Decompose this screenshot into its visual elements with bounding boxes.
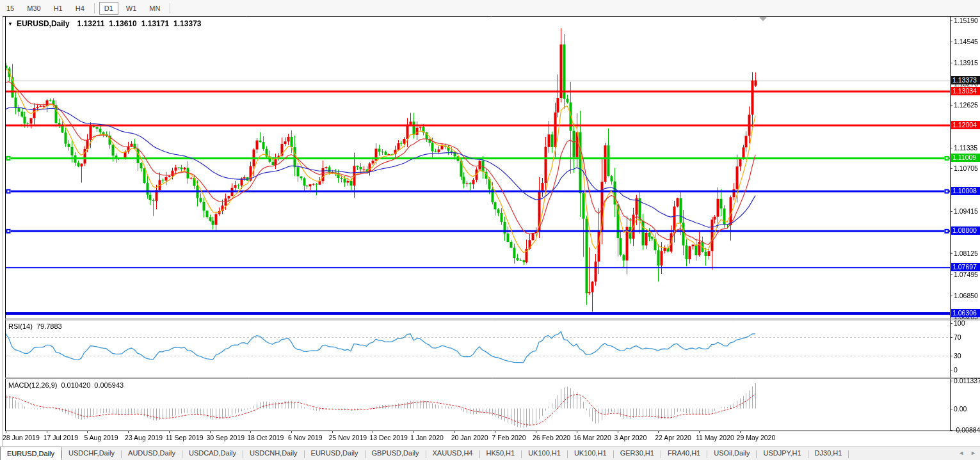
date-axis-label: 7 Feb 2020	[492, 434, 526, 441]
ohlc-high-value: 1.13610	[109, 19, 136, 28]
price-axis-tick: 1.14545	[954, 38, 978, 45]
macd-name: MACD(12,26,9)	[8, 381, 57, 389]
chart-tab-uk100-h1[interactable]: UK100,H1	[568, 447, 613, 460]
date-axis-label: 5 Aug 2019	[84, 434, 118, 441]
chart-tab-eurusd-daily[interactable]: EURUSD,Daily	[305, 447, 365, 460]
price-level-badge: 1.13373	[951, 76, 980, 84]
date-axis-label: 17 Jul 2019	[44, 434, 78, 441]
chart-tab-usdcad-daily[interactable]: USDCAD,Daily	[182, 447, 243, 460]
rsi-axis-tick: 70	[954, 333, 961, 341]
date-axis-label: 6 Nov 2019	[288, 434, 323, 441]
price-level-badge: 1.12004	[951, 121, 980, 129]
date-axis-label: 16 Mar 2020	[574, 434, 611, 441]
price-axis-tick: 1.08125	[954, 250, 978, 257]
price-axis-tick: 1.13915	[954, 59, 978, 67]
price-level-badge: 1.06306	[951, 309, 980, 317]
date-axis-label: 20 Jan 2020	[451, 434, 488, 441]
chart-tab-bar: EURUSD,DailyUSDCHF,DailyAUDUSD,DailyUSDC…	[0, 447, 980, 460]
date-axis-label: 18 Oct 2019	[247, 434, 284, 441]
price-axis-tick: 1.06850	[954, 292, 978, 299]
chart-tab-usdjpy-h1[interactable]: USDJPY,H1	[757, 447, 807, 460]
chart-tab-gbpusd-daily[interactable]: GBPUSD,Daily	[365, 447, 426, 460]
price-axis-tick: 1.09415	[954, 207, 978, 215]
date-axis-label: 29 May 2020	[737, 434, 776, 441]
chart-symbol-label: EURUSD,Daily	[17, 19, 70, 28]
ohlc-close-value: 1.13373	[173, 19, 201, 28]
rsi-axis-tick: 100	[954, 319, 965, 327]
rsi-axis-tick: 0	[954, 366, 958, 374]
macd-main-value: 0.010420	[61, 381, 90, 389]
chart-canvas[interactable]	[0, 0, 980, 460]
price-level-badge: 1.07697	[951, 263, 980, 271]
chart-tab-usdchf-daily[interactable]: USDCHF,Daily	[62, 447, 121, 460]
date-axis-label: 22 Apr 2020	[655, 434, 691, 441]
macd-signal-value: 0.005943	[94, 381, 124, 389]
price-level-badge: 1.08800	[951, 226, 980, 235]
date-axis-label: 11 May 2020	[696, 434, 734, 441]
chart-tab-uk100-h1[interactable]: UK100,H1	[522, 447, 567, 460]
macd-axis-tick: -0.008848	[954, 426, 980, 434]
scroll-tabs-right-icon[interactable]: ►	[970, 450, 976, 456]
date-axis-label: 30 Sep 2019	[207, 434, 245, 441]
chevron-down-icon[interactable]: ▼	[8, 21, 13, 27]
date-axis-label: 3 Apr 2020	[615, 434, 647, 441]
chart-tab-audusd-daily[interactable]: AUDUSD,Daily	[122, 447, 182, 460]
chart-tab-hk50-h1[interactable]: HK50,H1	[480, 447, 522, 460]
rsi-indicator-label: RSI(14)79.7883	[8, 322, 62, 330]
ohlc-low-value: 1.13171	[141, 19, 169, 28]
scroll-tabs-left-icon[interactable]: ◄	[958, 450, 964, 456]
price-level-badge: 1.10008	[951, 187, 980, 195]
price-axis-tick: 1.07495	[954, 271, 978, 278]
price-level-badge: 1.13034	[951, 87, 980, 95]
tab-separator	[848, 450, 849, 458]
macd-axis-tick: 0.00	[954, 405, 967, 413]
price-axis-tick: 1.15190	[954, 17, 978, 24]
date-axis-label: 28 Jun 2019	[3, 434, 40, 441]
price-axis-tick: 1.12625	[954, 101, 978, 109]
chart-tab-eurusd-daily[interactable]: EURUSD,Daily	[0, 447, 61, 460]
date-axis-label: 11 Sep 2019	[166, 434, 204, 441]
rsi-value: 79.7883	[36, 322, 62, 330]
price-axis-tick: 1.11335	[954, 144, 977, 152]
tab-scroll-nav: ◄ ►	[958, 450, 976, 456]
chart-tab-xauusd-h4[interactable]: XAUUSD,H4	[426, 447, 479, 460]
ohlc-open-value: 1.13211	[77, 19, 105, 28]
macd-indicator-label: MACD(12,26,9)0.0104200.005943	[8, 381, 124, 389]
chart-tab-dj30-h1[interactable]: DJ30,H1	[808, 447, 849, 460]
date-axis-label: 1 Jan 2020	[410, 434, 444, 441]
price-axis-tick: 1.10705	[954, 164, 978, 172]
chart-tab-ger30-h1[interactable]: GER30,H1	[614, 447, 661, 460]
date-axis-label: 25 Nov 2019	[329, 434, 367, 441]
macd-axis-tick: 0.011337	[954, 377, 980, 385]
rsi-name: RSI(14)	[8, 322, 33, 330]
chart-title: ▼ EURUSD,Daily 1.13211 1.13610 1.13171 1…	[8, 19, 202, 28]
mt4-chart-window: 15 M30 H1 H4 D1 W1 MN ▼ EURUSD,Daily 1.1…	[0, 0, 980, 460]
chart-tab-usoil-daily[interactable]: USOil,Daily	[707, 447, 756, 460]
date-axis-label: 26 Feb 2020	[533, 434, 570, 441]
price-level-badge: 1.11009	[951, 154, 980, 162]
date-axis-label: 13 Dec 2019	[369, 434, 408, 441]
rsi-axis-tick: 30	[954, 352, 961, 360]
date-axis-label: 23 Aug 2019	[125, 434, 163, 441]
chart-tab-usdcnh-daily[interactable]: USDCNH,Daily	[243, 447, 304, 460]
chart-tab-fra40-h1[interactable]: FRA40,H1	[661, 447, 707, 460]
